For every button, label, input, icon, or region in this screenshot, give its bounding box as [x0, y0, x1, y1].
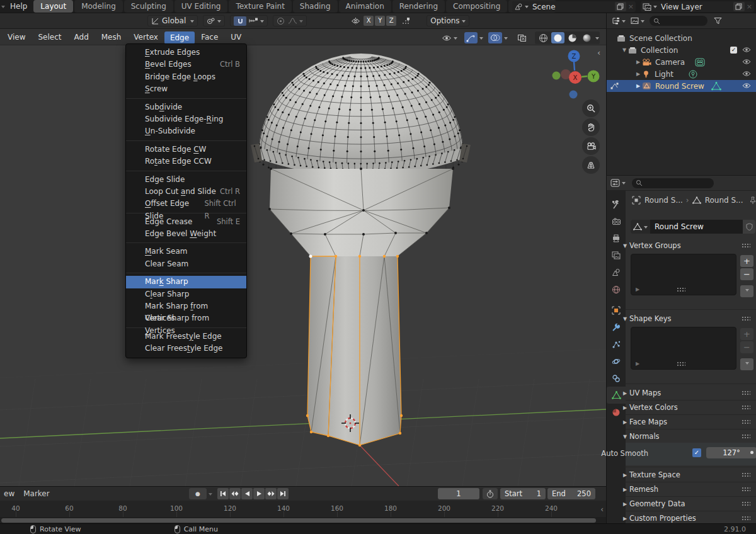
menu-item-rotate-edge-ccw[interactable]: Rotate Edge CCW	[126, 156, 246, 168]
mirror-x-button[interactable]: X	[364, 16, 374, 26]
tab-render[interactable]	[607, 213, 626, 230]
outliner-row-scene-collection[interactable]: Scene Collection	[607, 32, 756, 44]
chevron-down-icon[interactable]	[260, 20, 264, 25]
pin-icon[interactable]	[749, 196, 756, 205]
menu-item-mark-seam[interactable]: Mark Seam	[126, 246, 246, 258]
disclosure-open-icon[interactable]: ▼	[621, 47, 628, 53]
scene-selector[interactable]: Scene ×	[512, 1, 636, 12]
disclosure-closed-icon[interactable]: ▶	[634, 59, 642, 65]
panel-face-maps[interactable]: ▶Face Maps	[631, 418, 754, 426]
drag-handle-icon[interactable]	[742, 390, 750, 396]
drag-handle-icon[interactable]	[742, 434, 750, 440]
mesh-id-dropdown[interactable]	[631, 220, 650, 234]
camera-data-icon[interactable]	[695, 58, 705, 67]
falloff-curve-icon[interactable]	[288, 17, 297, 25]
auto-keying-toggle[interactable]: ●	[189, 488, 207, 499]
light-data-icon[interactable]	[689, 70, 697, 79]
panel-custom-properties[interactable]: ▶Custom Properties	[631, 514, 754, 523]
mesh-data-icon[interactable]	[711, 82, 721, 91]
menu-item-rotate-edge-cw[interactable]: Rotate Edge CW	[126, 144, 246, 156]
tab-sculpting[interactable]: Sculpting	[124, 0, 173, 13]
ortho-toggle-button[interactable]	[582, 156, 600, 174]
menu-item-clear-sharp[interactable]: Clear Sharp	[126, 288, 246, 300]
panel-uv-maps[interactable]: ▶UV Maps	[631, 389, 754, 397]
snap-toggle[interactable]	[234, 16, 246, 26]
menu-item-mark-sharp[interactable]: Mark Sharp	[126, 276, 246, 288]
drag-handle-icon[interactable]	[742, 419, 750, 425]
menu-mesh[interactable]: Mesh	[95, 29, 128, 45]
outliner-row-collection[interactable]: ▼ Collection ✓	[607, 44, 756, 56]
add-vertex-group-button[interactable]: +	[740, 255, 753, 267]
menu-item-clear-freestyle-edge[interactable]: Clear Freestyle Edge	[126, 343, 246, 355]
add-shape-key-button[interactable]: +	[740, 328, 753, 340]
proportional-edit-icon[interactable]	[277, 17, 285, 25]
outliner-search-input[interactable]	[650, 16, 707, 26]
menu-select[interactable]: Select	[32, 29, 67, 45]
menu-item-mark-sharp-from-vertices[interactable]: Mark Sharp from Vertices	[126, 300, 246, 312]
play-button[interactable]	[253, 488, 265, 499]
filter-funnel-icon[interactable]	[714, 17, 722, 25]
new-view-layer-button[interactable]	[733, 2, 745, 11]
panel-geometry-data[interactable]: ▶Geometry Data	[631, 499, 754, 508]
vertex-groups-list[interactable]: ▶	[631, 254, 736, 295]
disclosure-closed-icon[interactable]: ▶	[634, 71, 642, 77]
pan-button[interactable]	[582, 118, 600, 136]
scrollbar-handle[interactable]	[1, 518, 596, 523]
menu-item-subdivide[interactable]: Subdivide	[126, 101, 246, 113]
viewport-3d[interactable]: View Select Add Mesh Vertex Edge Face UV	[0, 29, 606, 486]
menu-item-clear-seam[interactable]: Clear Seam	[126, 258, 246, 270]
next-keyframe-button[interactable]	[265, 488, 277, 499]
panel-remesh[interactable]: ▶Remesh	[631, 485, 754, 494]
overlays-toggle[interactable]	[488, 32, 502, 43]
properties-search-input[interactable]	[632, 178, 714, 188]
mesh-name-input[interactable]: Round Screw	[650, 220, 743, 234]
outliner-display-mode[interactable]	[612, 17, 626, 25]
menu-uv[interactable]: UV	[224, 29, 248, 45]
menu-view[interactable]: View	[1, 29, 32, 45]
visibility-dropdown[interactable]	[440, 32, 459, 43]
menu-item-offset-edge-slide[interactable]: Offset Edge SlideShift Ctrl R	[126, 198, 246, 210]
list-resize-icon[interactable]: ▶	[636, 361, 639, 366]
vertex-group-specials-button[interactable]	[740, 285, 753, 297]
outliner-row-round-screw[interactable]: ▶ Round Screw	[607, 80, 756, 92]
menu-item-screw[interactable]: Screw	[126, 83, 246, 95]
screw-cap[interactable]	[268, 168, 454, 256]
zoom-button[interactable]	[582, 99, 600, 117]
timeline-marker-menu[interactable]: Marker	[18, 489, 54, 498]
view-layer-selector[interactable]: View Layer ×	[641, 1, 754, 12]
menu-item-bevel-edges[interactable]: Bevel EdgesCtrl B	[126, 59, 246, 71]
collection-checkbox[interactable]: ✓	[730, 47, 737, 54]
menu-face[interactable]: Face	[195, 29, 224, 45]
shading-rendered-button[interactable]	[580, 32, 593, 43]
tab-rendering[interactable]: Rendering	[392, 0, 445, 13]
panel-vertex-colors[interactable]: ▶Vertex Colors	[631, 403, 754, 412]
snap-grid-icon[interactable]	[401, 16, 410, 25]
shape-keys-list[interactable]: ▶	[631, 327, 736, 370]
transform-orientation-dropdown[interactable]: Global	[147, 15, 198, 26]
tab-physics[interactable]	[607, 353, 626, 370]
drag-handle-icon[interactable]	[677, 287, 685, 293]
disclosure-closed-icon[interactable]: ▶	[634, 83, 642, 89]
new-scene-button[interactable]	[615, 2, 626, 11]
tab-constraints[interactable]	[607, 370, 626, 387]
chevron-down-icon[interactable]	[209, 493, 212, 497]
outliner-row-light[interactable]: ▶ Light	[607, 68, 756, 80]
eye-icon[interactable]	[742, 47, 751, 53]
auto-smooth-angle-field[interactable]: 127°	[706, 447, 756, 458]
chevron-down-icon[interactable]	[504, 37, 508, 42]
drag-handle-icon[interactable]	[742, 487, 750, 492]
menu-item-edge-bevel-weight[interactable]: Edge Bevel Weight	[126, 228, 246, 240]
tab-uv-editing[interactable]: UV Editing	[175, 0, 228, 13]
menu-help[interactable]: Help	[5, 2, 33, 11]
menu-item-extrude-edges[interactable]: Extrude Edges	[126, 47, 246, 59]
camera-view-button[interactable]	[582, 137, 600, 155]
menu-item-clear-sharp-from-vertices[interactable]: Clear Sharp from Vertices	[126, 312, 246, 324]
drag-handle-icon[interactable]	[742, 501, 750, 507]
ruler-collapse-icon[interactable]: ‹	[600, 505, 604, 514]
navigation-gizmo[interactable]: Z Y X	[552, 48, 600, 103]
xray-toggle[interactable]	[515, 32, 529, 43]
shape-key-specials-button[interactable]	[740, 358, 753, 370]
mirror-z-button[interactable]: Z	[386, 16, 396, 26]
panel-shape-keys[interactable]: ▼ Shape Keys	[631, 314, 754, 323]
outliner-row-camera[interactable]: ▶ Camera	[607, 56, 756, 68]
